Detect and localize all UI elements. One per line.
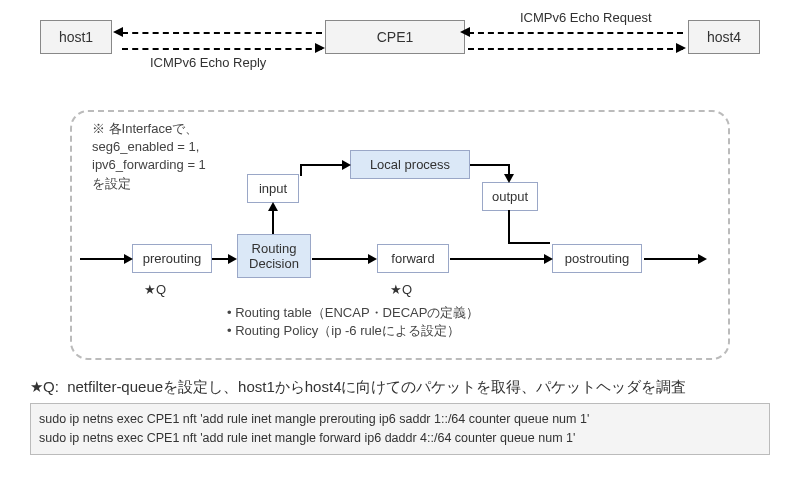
note-line4: を設定 <box>92 176 131 191</box>
flow-arrow <box>300 164 302 176</box>
flow-arrow <box>508 210 510 244</box>
flow-arrow <box>508 242 550 244</box>
box-postrouting: postrouting <box>552 244 642 273</box>
node-host4: host4 <box>688 20 760 54</box>
note-line2: seg6_enabled = 1, <box>92 139 199 154</box>
arrowhead-icon <box>342 160 351 170</box>
box-local-process: Local process <box>350 150 470 179</box>
arrowhead-icon <box>228 254 237 264</box>
arrow-cpe1-to-host4 <box>468 48 683 50</box>
routing-line1: Routing <box>252 241 297 256</box>
arrow-host1-to-cpe1 <box>122 48 322 50</box>
arrowhead-icon <box>315 43 325 53</box>
arrowhead-icon <box>460 27 470 37</box>
star-q-prefix: ★Q: <box>30 378 59 395</box>
note-line1: ※ 各Interfaceで、 <box>92 121 198 136</box>
top-diagram: host1 CPE1 host4 ICMPv6 Echo Request ICM… <box>30 10 770 100</box>
box-routing-decision: Routing Decision <box>237 234 311 278</box>
question-line: ★Q: netfilter-queueを設定し、host1からhost4に向けて… <box>30 378 770 397</box>
box-forward: forward <box>377 244 449 273</box>
flow-arrow <box>470 164 510 166</box>
flow-arrow <box>312 258 374 260</box>
arrowhead-icon <box>676 43 686 53</box>
node-host1: host1 <box>40 20 112 54</box>
question-text: netfilter-queueを設定し、host1からhost4に向けてのパケッ… <box>67 378 686 395</box>
label-echo-request: ICMPv6 Echo Request <box>520 10 652 25</box>
flow-arrow <box>644 258 704 260</box>
code-line2: sudo ip netns exec CPE1 nft 'add rule in… <box>39 431 575 445</box>
arrow-host4-to-cpe1 <box>468 32 683 34</box>
code-line1: sudo ip netns exec CPE1 nft 'add rule in… <box>39 412 589 426</box>
netfilter-flow-panel: ※ 各Interfaceで、 seg6_enabled = 1, ipv6_fo… <box>70 110 730 360</box>
flow-arrow <box>272 208 274 234</box>
bullet-routing-table: Routing table（ENCAP・DECAPの定義） <box>227 304 479 322</box>
label-echo-reply: ICMPv6 Echo Reply <box>150 55 266 70</box>
star-q-marker-forward: ★Q <box>390 282 412 297</box>
flow-arrow <box>450 258 550 260</box>
note-line3: ipv6_forwarding = 1 <box>92 157 206 172</box>
arrowhead-icon <box>504 174 514 183</box>
arrowhead-icon <box>124 254 133 264</box>
box-output: output <box>482 182 538 211</box>
arrowhead-icon <box>268 202 278 211</box>
node-cpe1: CPE1 <box>325 20 465 54</box>
flow-notes-list: Routing table（ENCAP・DECAPの定義） Routing Po… <box>227 304 479 340</box>
arrow-cpe1-to-host1 <box>122 32 322 34</box>
arrowhead-icon <box>698 254 707 264</box>
arrowhead-icon <box>368 254 377 264</box>
interface-settings-note: ※ 各Interfaceで、 seg6_enabled = 1, ipv6_fo… <box>92 120 206 193</box>
routing-line2: Decision <box>249 256 299 271</box>
flow-arrow <box>80 258 130 260</box>
command-code-block: sudo ip netns exec CPE1 nft 'add rule in… <box>30 403 770 455</box>
bullet-routing-policy: Routing Policy（ip -6 ruleによる設定） <box>227 322 479 340</box>
star-q-marker-prerouting: ★Q <box>144 282 166 297</box>
box-input: input <box>247 174 299 203</box>
box-prerouting: prerouting <box>132 244 212 273</box>
arrowhead-icon <box>544 254 553 264</box>
flow-arrow <box>300 164 348 166</box>
arrowhead-icon <box>113 27 123 37</box>
